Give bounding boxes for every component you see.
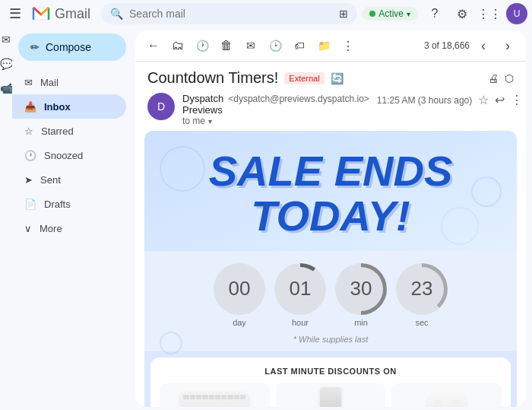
sidebar-item-mail[interactable]: ✉ Mail <box>12 70 126 94</box>
sidebar: ✏ Compose ✉ Mail 📥 Inbox ☆ Starred 🕐 Sno… <box>12 27 132 410</box>
more-email-button[interactable]: ⋮ <box>511 93 523 107</box>
active-dot <box>369 11 375 17</box>
inbox-nav-icon: 📥 <box>24 101 36 113</box>
sidebar-item-drafts[interactable]: 📄 Drafts <box>12 192 126 216</box>
sender-row: D Dyspatch Previews <dyspatch@previews.d… <box>147 93 514 126</box>
gmail-logo: Gmail <box>30 3 90 24</box>
product-airpods <box>391 383 502 407</box>
sender-info: Dyspatch Previews <dyspatch@previews.dys… <box>182 93 369 126</box>
compose-button[interactable]: ✏ Compose <box>18 33 126 61</box>
inbox-nav-label: Inbox <box>44 101 71 113</box>
search-filter-icon[interactable]: ⊞ <box>339 8 348 20</box>
compose-pencil-icon: ✏ <box>30 41 40 53</box>
starred-nav-icon: ☆ <box>24 126 33 137</box>
help-button[interactable]: ? <box>424 3 445 24</box>
drafts-nav-icon: 📄 <box>24 199 36 210</box>
search-input[interactable] <box>129 8 333 20</box>
snooze-button[interactable]: 🕐 <box>192 35 213 56</box>
starred-nav-label: Starred <box>41 126 74 137</box>
email-toolbar: ← 🗂 🕐 🗑 ✉ 🕑 🏷 📁 ⋮ 3 of 18,666 ‹ › <box>135 30 526 62</box>
countdown-min-value: 30 <box>350 277 372 300</box>
sent-nav-label: Sent <box>40 174 61 186</box>
archive-button[interactable]: 🗂 <box>167 35 188 56</box>
more-actions-button[interactable]: ⋮ <box>337 35 359 56</box>
countdown-section: 00 day 01 hour <box>144 251 517 330</box>
sidebar-item-inbox[interactable]: 📥 Inbox <box>12 94 126 119</box>
print-button[interactable]: 🖨 <box>488 72 499 84</box>
product-charger <box>276 383 386 407</box>
product-grid <box>160 383 502 407</box>
countdown-hour-label: hour <box>292 318 309 327</box>
countdown-day-value: 00 <box>229 277 251 300</box>
countdown-hour: 01 hour <box>274 263 326 327</box>
more-nav-label: More <box>40 223 62 234</box>
folder-button[interactable]: 📁 <box>313 35 334 56</box>
compose-label: Compose <box>46 41 91 53</box>
discounts-section: LAST MINUTE DISCOUNTS ON <box>150 358 511 407</box>
email-subject-text: Countdown Timers! <box>147 69 278 87</box>
sender-email: <dyspatch@previews.dyspatch.io> <box>228 94 369 104</box>
sender-to: to me <box>182 116 205 126</box>
drafts-nav-label: Drafts <box>44 199 71 210</box>
countdown-min-label: min <box>354 318 368 327</box>
active-label: Active <box>378 8 404 19</box>
delete-button[interactable]: 🗑 <box>216 35 237 56</box>
product-keyboard <box>160 383 270 407</box>
prev-email-button[interactable]: ‹ <box>473 35 494 56</box>
sidebar-item-snoozed[interactable]: 🕐 Snoozed <box>12 143 126 167</box>
more-nav-icon: ∨ <box>24 223 32 234</box>
gmail-wordmark: Gmail <box>55 6 90 22</box>
back-button[interactable]: ← <box>143 35 164 56</box>
mail-nav-label: Mail <box>40 77 59 88</box>
countdown-hour-value: 01 <box>290 277 312 300</box>
countdown-sec-label: sec <box>415 318 428 327</box>
reply-button[interactable]: ↩ <box>495 93 505 107</box>
email-header: Countdown Timers! External 🔄 🖨 ⬡ D Dyspa… <box>135 62 526 131</box>
active-status-badge[interactable]: Active ▾ <box>362 7 418 21</box>
email-content: SALE ENDS TODAY! 00 day <box>144 131 517 407</box>
email-panel: ← 🗂 🕐 🗑 ✉ 🕑 🏷 📁 ⋮ 3 of 18,666 ‹ › Countd… <box>135 30 526 407</box>
hamburger-menu[interactable]: ☰ <box>5 3 26 24</box>
sender-avatar: D <box>147 93 175 120</box>
countdown-day-label: day <box>233 318 246 327</box>
countdown-sec: 23 sec <box>396 263 448 327</box>
mail-left-icon[interactable]: ✉ <box>2 33 11 46</box>
email-body: SALE ENDS TODAY! 00 day <box>135 131 526 407</box>
sent-nav-icon: ➤ <box>24 174 33 186</box>
discounts-title: LAST MINUTE DISCOUNTS ON <box>160 367 502 376</box>
dropdown-chevron-icon: ▾ <box>407 10 410 18</box>
countdown-day: 00 day <box>214 263 265 327</box>
email-time-actions: 11:25 AM (3 hours ago) ☆ ↩ ⋮ <box>377 93 523 107</box>
search-icon: 🔍 <box>110 8 123 20</box>
email-label-icon: 🔄 <box>331 72 344 84</box>
sidebar-item-starred[interactable]: ☆ Starred <box>12 119 126 143</box>
next-email-button[interactable]: › <box>497 35 518 56</box>
email-count: 3 of 18,666 <box>424 40 470 51</box>
search-bar[interactable]: 🔍 ⊞ <box>101 3 357 24</box>
star-button[interactable]: ☆ <box>478 93 489 107</box>
email-timestamp: 11:25 AM (3 hours ago) <box>377 95 472 106</box>
mark-unread-button[interactable]: ✉ <box>240 35 261 56</box>
sidebar-item-more[interactable]: ∨ More <box>12 216 126 240</box>
snoozed-nav-icon: 🕐 <box>24 150 36 161</box>
snooze2-button[interactable]: 🕑 <box>264 35 286 56</box>
supplies-text: * While supplies last <box>144 330 517 351</box>
meet-left-icon[interactable]: 📹 <box>0 82 13 94</box>
left-icon-strip: ✉ 💬 📹 <box>0 27 12 410</box>
settings-button[interactable]: ⚙ <box>451 3 473 24</box>
sender-name: Dyspatch Previews <box>182 93 223 116</box>
countdown-min: 30 min <box>335 263 387 327</box>
open-external-button[interactable]: ⬡ <box>505 72 514 84</box>
apps-button[interactable]: ⋮⋮ <box>479 3 500 24</box>
expand-recipients-icon[interactable]: ▾ <box>208 117 212 126</box>
chat-left-icon[interactable]: 💬 <box>0 58 13 70</box>
countdown-sec-value: 23 <box>411 277 433 300</box>
sidebar-item-sent[interactable]: ➤ Sent <box>12 167 126 192</box>
avatar[interactable]: U <box>506 3 527 24</box>
external-badge: External <box>284 72 324 84</box>
mail-nav-icon: ✉ <box>24 77 33 88</box>
snoozed-nav-label: Snoozed <box>44 150 83 161</box>
label-button[interactable]: 🏷 <box>289 35 310 56</box>
